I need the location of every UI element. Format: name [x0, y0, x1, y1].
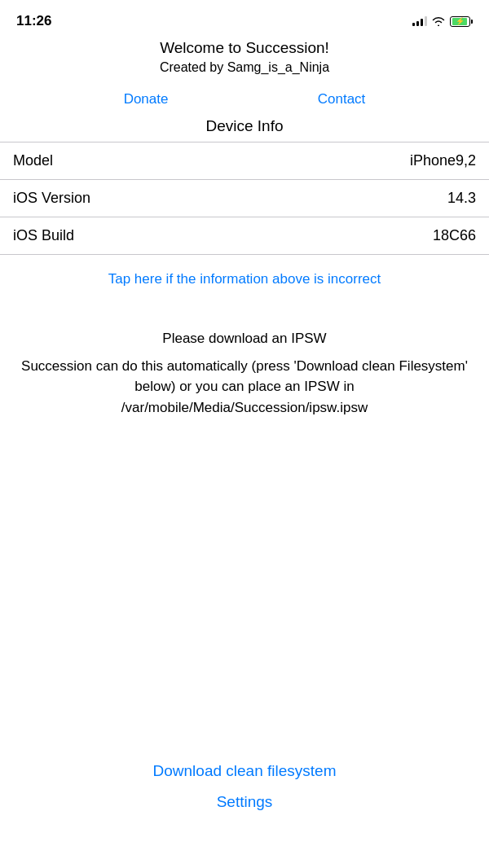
description-line2: Succession can do this automatically (pr… — [16, 356, 473, 419]
table-row: Model iPhone9,2 — [0, 142, 489, 180]
status-bar: 11:26 ⚡ — [0, 0, 489, 36]
table-row: iOS Version 14.3 — [0, 180, 489, 217]
status-icons: ⚡ — [412, 16, 473, 27]
nav-links: Donate Contact — [0, 91, 489, 107]
contact-link[interactable]: Contact — [318, 91, 366, 107]
model-label: Model — [13, 152, 53, 169]
ios-version-label: iOS Version — [13, 190, 90, 207]
device-info-table: Model iPhone9,2 iOS Version 14.3 iOS Bui… — [0, 142, 489, 255]
description-line1: Please download an IPSW — [16, 328, 473, 349]
battery-icon: ⚡ — [450, 16, 473, 27]
header-title: Welcome to Succession! — [16, 39, 473, 57]
table-row: iOS Build 18C66 — [0, 217, 489, 255]
header: Welcome to Succession! Created by Samg_i… — [0, 36, 489, 91]
status-time: 11:26 — [16, 13, 51, 29]
description-block: Please download an IPSW Succession can d… — [0, 304, 489, 434]
donate-link[interactable]: Donate — [124, 91, 169, 107]
section-title: Device Info — [0, 117, 489, 135]
header-subtitle: Created by Samg_is_a_Ninja — [16, 60, 473, 75]
wifi-icon — [432, 16, 445, 26]
model-value: iPhone9,2 — [410, 152, 476, 169]
signal-icon — [412, 16, 427, 26]
settings-button[interactable]: Settings — [217, 793, 273, 811]
ios-build-label: iOS Build — [13, 227, 74, 244]
download-filesystem-button[interactable]: Download clean filesystem — [153, 762, 337, 780]
bottom-buttons: Download clean filesystem Settings — [0, 762, 489, 819]
ios-build-value: 18C66 — [433, 227, 476, 244]
ios-version-value: 14.3 — [447, 190, 476, 207]
tap-incorrect-link[interactable]: Tap here if the information above is inc… — [0, 255, 489, 304]
